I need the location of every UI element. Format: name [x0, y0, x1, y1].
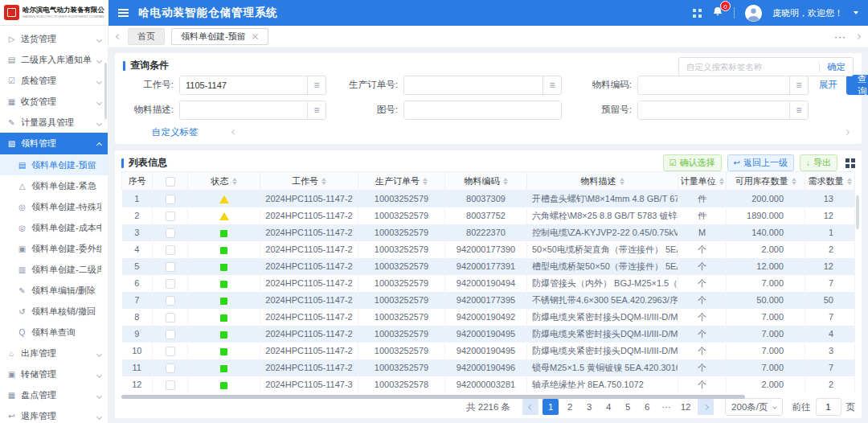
- sidebar-menu-item-material-active[interactable]: ▧ 领料管理: [0, 133, 108, 154]
- col-status[interactable]: 状态: [188, 172, 260, 191]
- material-code-input[interactable]: [638, 76, 789, 94]
- sidebar-submenu-item[interactable]: ↺ 领料单核销/撤回: [0, 301, 108, 322]
- drawing-no-input[interactable]: [404, 101, 561, 119]
- sidebar-submenu-item[interactable]: ◎ 领料单创建-成本中心: [0, 217, 108, 238]
- table-row[interactable]: 8 2024HPC1105-1147-2 10003252579 9420001…: [122, 309, 855, 326]
- page-number[interactable]: 12: [678, 399, 694, 415]
- export-button[interactable]: ↓导出: [800, 154, 837, 171]
- sort-icon[interactable]: [423, 175, 428, 187]
- col-material-code[interactable]: 物料编码: [445, 172, 527, 191]
- production-order-input[interactable]: [404, 76, 542, 94]
- col-unit[interactable]: 计量单位: [678, 172, 727, 191]
- table-row[interactable]: 10 2024HPC1105-1147-2 10003252579 942000…: [122, 343, 855, 359]
- sidebar-menu-item[interactable]: ▦ 盘点管理: [0, 384, 108, 405]
- sidebar-scrollbar[interactable]: [104, 63, 107, 119]
- custom-tag-name-input[interactable]: [686, 62, 812, 72]
- tabs-scroll-right-icon[interactable]: [855, 34, 861, 39]
- col-material-desc[interactable]: 物料描述: [527, 172, 678, 191]
- sidebar-menu-item[interactable]: ▤ 二级库入库通知单: [0, 49, 108, 70]
- vertical-scrollbar[interactable]: [856, 195, 859, 229]
- row-checkbox[interactable]: [166, 228, 175, 238]
- page-number[interactable]: 5: [620, 399, 636, 415]
- material-desc-input[interactable]: [180, 101, 307, 119]
- sidebar-submenu-item[interactable]: ◎ 领料单创建-特殊项目: [0, 196, 108, 217]
- sidebar-submenu-item[interactable]: ▣ 领料单创建-委外组件: [0, 238, 108, 259]
- goto-page-input[interactable]: [816, 398, 841, 416]
- row-checkbox[interactable]: [166, 296, 175, 306]
- sidebar-menu-item[interactable]: ⌂ 出库管理: [0, 343, 108, 363]
- sidebar-menu-item[interactable]: ↩ 退库管理: [0, 405, 108, 423]
- user-menu-caret-icon[interactable]: [854, 11, 858, 14]
- tabs-scroll-left-icon[interactable]: [116, 34, 121, 39]
- page-number[interactable]: 2: [562, 399, 578, 415]
- select-all-checkbox[interactable]: [166, 177, 175, 187]
- list-select-icon[interactable]: ≡: [307, 101, 326, 119]
- table-row[interactable]: 9 2024HPC1105-1147-2 10003252579 9420001…: [122, 326, 855, 343]
- sidebar-menu-item[interactable]: ✎ 计量器具管理: [0, 112, 108, 133]
- column-settings-icon[interactable]: [845, 158, 855, 168]
- row-checkbox[interactable]: [166, 262, 175, 272]
- row-checkbox[interactable]: [166, 212, 175, 221]
- table-row[interactable]: 5 2024HPC1105-1147-2 10003252579 9420001…: [122, 258, 855, 275]
- table-row[interactable]: 1 2024HPC1105-1147-2 10003252579 8003730…: [122, 191, 855, 207]
- page-size-select[interactable]: 200条/页: [725, 398, 782, 416]
- sort-icon[interactable]: [503, 175, 508, 187]
- prev-page-button[interactable]: [522, 399, 538, 415]
- page-number[interactable]: ···: [658, 399, 674, 415]
- fullscreen-grid-icon[interactable]: [693, 9, 702, 18]
- table-row[interactable]: 11 2024HPC1105-1147-2 10003252579 942000…: [122, 359, 855, 376]
- page-number[interactable]: 4: [600, 399, 616, 415]
- sort-icon[interactable]: [847, 175, 852, 187]
- sidebar-submenu-item[interactable]: △ 领料单创建-紧急: [0, 175, 108, 196]
- sidebar-submenu-item[interactable]: ✎ 领料单编辑/删除: [0, 280, 108, 301]
- sort-icon[interactable]: [792, 175, 796, 187]
- list-select-icon[interactable]: ≡: [307, 76, 326, 94]
- expand-link[interactable]: 展开: [819, 79, 837, 91]
- table-row[interactable]: 2 2024HPC1105-1147-2 10003252579 8003775…: [122, 207, 855, 224]
- tags-scroll-left-icon[interactable]: [231, 129, 236, 134]
- sort-icon[interactable]: [620, 175, 624, 187]
- confirm-select-button[interactable]: ☑确认选择: [663, 154, 722, 171]
- sidebar-menu-item[interactable]: ▣ 转储管理: [0, 363, 108, 384]
- notification-bell[interactable]: 0: [712, 6, 723, 20]
- sort-icon[interactable]: [719, 175, 724, 187]
- sidebar-submenu-item[interactable]: Q 领料单查询: [0, 322, 108, 343]
- row-checkbox[interactable]: [166, 313, 175, 322]
- row-checkbox[interactable]: [166, 380, 175, 390]
- table-row[interactable]: 12 2024HPC1105-1147-3 10003252578 942000…: [122, 376, 855, 393]
- table-row[interactable]: 6 2024HPC1105-1147-2 10003252579 9420001…: [122, 275, 855, 292]
- list-select-icon[interactable]: ≡: [789, 101, 808, 119]
- page-number[interactable]: 3: [581, 399, 597, 415]
- tab[interactable]: 领料单创建-预留: [171, 28, 268, 45]
- next-page-button[interactable]: [698, 399, 714, 415]
- list-select-icon[interactable]: ≡: [542, 76, 561, 94]
- table-row[interactable]: 4 2024HPC1105-1147-2 10003252579 9420001…: [122, 241, 855, 258]
- col-required-qty[interactable]: 需求数量: [805, 172, 855, 191]
- work-no-input[interactable]: [180, 76, 307, 94]
- row-checkbox[interactable]: [166, 195, 175, 204]
- col-available-qty[interactable]: 可用库存数量: [727, 172, 805, 191]
- close-icon[interactable]: [252, 33, 259, 40]
- row-checkbox[interactable]: [166, 363, 175, 373]
- back-button[interactable]: ↩返回上一级: [727, 154, 794, 171]
- row-checkbox[interactable]: [166, 279, 175, 289]
- tags-scroll-right-icon[interactable]: [844, 129, 850, 134]
- table-row[interactable]: 7 2024HPC1105-1147-2 10003252579 9420001…: [122, 292, 855, 309]
- sidebar-menu-item[interactable]: ▷ 送货管理: [0, 28, 108, 49]
- page-number[interactable]: 1: [542, 399, 559, 415]
- list-select-icon[interactable]: ≡: [789, 76, 808, 94]
- sidebar-collapse-icon[interactable]: [118, 9, 129, 17]
- sort-icon[interactable]: [232, 175, 237, 187]
- tab[interactable]: 首页: [128, 28, 165, 45]
- avatar[interactable]: [745, 5, 762, 22]
- col-order-no[interactable]: 生产订单号: [358, 172, 445, 191]
- sidebar-submenu-item[interactable]: ▥ 领料单创建-二级库: [0, 259, 108, 280]
- sidebar-menu-item[interactable]: ▦ 收货管理: [0, 91, 108, 112]
- custom-tag-link[interactable]: 自定义标签: [152, 126, 199, 138]
- tabs-more-icon[interactable]: ···: [834, 32, 846, 42]
- sidebar-menu-item[interactable]: ☑ 质检管理: [0, 70, 108, 91]
- col-work-no[interactable]: 工作号: [260, 172, 358, 191]
- sidebar-submenu-item[interactable]: ▤ 领料单创建-预留: [0, 154, 108, 175]
- reserve-no-input[interactable]: [638, 101, 789, 119]
- table-row[interactable]: 3 2024HPC1105-1147-2 10003252579 8022237…: [122, 224, 855, 241]
